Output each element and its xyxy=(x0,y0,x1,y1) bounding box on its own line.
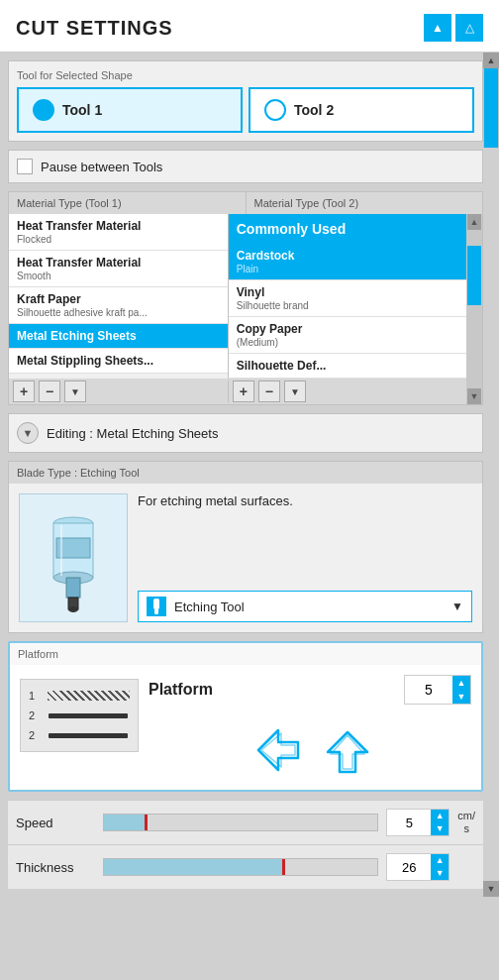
mat-ctrl-right: + − ▼ xyxy=(229,381,462,402)
speed-value-input[interactable] xyxy=(387,810,431,835)
thickness-slider-fill xyxy=(104,859,282,875)
svg-rect-4 xyxy=(66,578,80,598)
platform-decrement[interactable]: ▼ xyxy=(452,690,470,704)
blade-image-box xyxy=(19,493,128,622)
list-item[interactable]: Kraft Paper Silhouette adhesive kraft pa… xyxy=(9,287,228,324)
platform-label-text: Platform xyxy=(149,681,396,699)
tool2-label: Tool 2 xyxy=(294,102,334,118)
material-with-scroll: Heat Transfer Material Flocked Heat Tran… xyxy=(9,214,482,404)
mat-add-right[interactable]: + xyxy=(233,381,254,402)
material-lists-wrapper: Heat Transfer Material Flocked Heat Tran… xyxy=(9,214,466,404)
speed-value-box: ▲ ▼ xyxy=(386,809,449,836)
blade-info: For etching metal surfaces. Etching Tool xyxy=(138,493,472,622)
list-item[interactable]: Metal Etching Sheets xyxy=(9,324,228,349)
platform-top-row: Platform ▲ ▼ xyxy=(149,675,471,705)
blade-description: For etching metal surfaces. xyxy=(138,493,472,508)
scroll-up-arrow[interactable]: ▲ xyxy=(467,214,481,230)
tool1-label: Tool 1 xyxy=(62,102,102,118)
header: CUT SETTINGS ▲ △ xyxy=(0,0,499,53)
line-bar-2 xyxy=(49,713,128,718)
material-label-1: Material Type (Tool 1) xyxy=(9,192,247,214)
list-item[interactable]: Metal Stippling Sheets... xyxy=(9,349,228,374)
mat-dropdown-right[interactable]: ▼ xyxy=(284,381,306,402)
list-item[interactable]: Cardstock Plain xyxy=(229,244,466,280)
platform-left-arrow[interactable] xyxy=(249,725,303,778)
page-title: CUT SETTINGS xyxy=(16,17,173,40)
speed-increment[interactable]: ▲ xyxy=(431,810,449,822)
mat-dropdown-left[interactable]: ▼ xyxy=(64,381,86,402)
main-scroll-thumb[interactable] xyxy=(484,68,498,148)
svg-point-6 xyxy=(68,606,78,612)
blade-label: Blade Type : Etching Tool xyxy=(9,462,482,484)
thickness-spinners: ▲ ▼ xyxy=(431,854,449,880)
platform-section: Platform 1 2 xyxy=(8,641,483,792)
blade-dropdown-arrow-icon: ▼ xyxy=(451,599,463,613)
list-item[interactable]: Heat Transfer Material Flocked xyxy=(9,214,228,251)
platform-increment[interactable]: ▲ xyxy=(452,676,470,690)
platform-value-input[interactable] xyxy=(405,676,452,704)
list-item[interactable]: Vinyl Silhouette brand xyxy=(229,280,466,317)
scroll-thumb[interactable] xyxy=(467,246,481,305)
editing-label: Editing : Metal Etching Sheets xyxy=(47,426,218,441)
thickness-value-box: ▲ ▼ xyxy=(386,853,449,881)
platform-spinners: ▲ ▼ xyxy=(452,676,470,704)
speed-label: Speed xyxy=(16,816,95,830)
pause-row: Pause between Tools xyxy=(8,150,483,183)
scroll-up-button[interactable]: ▲ xyxy=(424,14,451,42)
line-row-3: 2 xyxy=(29,729,130,741)
scroll-down-arrow[interactable]: ▼ xyxy=(467,388,481,404)
main-scroll-track[interactable] xyxy=(483,148,499,881)
tool1-button[interactable]: Tool 1 xyxy=(17,87,243,133)
speed-unit: cm/s xyxy=(457,810,475,835)
platform-arrows-row xyxy=(149,722,471,780)
mat-ctrl-left: + − ▼ xyxy=(13,381,229,402)
svg-marker-13 xyxy=(328,732,367,772)
editing-toggle[interactable]: ▼ xyxy=(17,422,39,444)
mat-remove-right[interactable]: − xyxy=(258,381,280,402)
thickness-increment[interactable]: ▲ xyxy=(431,854,449,867)
line-bar-1 xyxy=(48,691,130,701)
blade-dropdown[interactable]: Etching Tool ▼ xyxy=(138,591,472,622)
blade-tool-icon xyxy=(147,597,166,616)
tool-section: Tool for Selected Shape Tool 1 Tool 2 xyxy=(8,60,483,142)
line-row-2: 2 xyxy=(29,709,130,721)
main-scrollbar: ▲ ▼ xyxy=(483,53,499,897)
speed-row: Speed ▲ ▼ cm/s xyxy=(8,800,483,844)
list-item[interactable]: Copy Paper (Medium) xyxy=(229,317,466,354)
speed-slider[interactable] xyxy=(103,814,378,831)
scroll-down-button[interactable]: △ xyxy=(455,14,483,42)
thickness-slider-thumb[interactable] xyxy=(282,859,285,875)
tool2-button[interactable]: Tool 2 xyxy=(249,87,474,133)
platform-value-box: ▲ ▼ xyxy=(404,675,471,705)
blade-section: Blade Type : Etching Tool xyxy=(8,461,483,633)
platform-up-arrow[interactable] xyxy=(323,722,372,780)
thickness-row: Thickness ▲ ▼ cm/s xyxy=(8,844,483,889)
svg-rect-8 xyxy=(153,599,159,609)
tool2-circle xyxy=(264,99,286,121)
speed-decrement[interactable]: ▼ xyxy=(431,822,449,835)
thickness-value-input[interactable] xyxy=(387,854,431,880)
main-scroll-up[interactable]: ▲ xyxy=(483,53,499,68)
platform-controls: Platform ▲ ▼ xyxy=(149,675,471,780)
material-lists: Heat Transfer Material Flocked Heat Tran… xyxy=(9,214,466,379)
main-scroll-down[interactable]: ▼ xyxy=(483,881,499,897)
svg-point-10 xyxy=(154,612,158,614)
mat-add-left[interactable]: + xyxy=(13,381,35,402)
mat-remove-left[interactable]: − xyxy=(39,381,60,402)
editing-section: ▼ Editing : Metal Etching Sheets xyxy=(8,413,483,453)
material-controls: + − ▼ + − ▼ xyxy=(9,379,466,404)
line-bar-3 xyxy=(49,733,128,738)
tool-buttons: Tool 1 Tool 2 xyxy=(17,87,474,133)
thickness-label: Thickness xyxy=(16,860,95,875)
header-arrow-controls: ▲ △ xyxy=(424,14,483,42)
list-item[interactable]: Silhouette Def... xyxy=(229,354,466,379)
blade-tool-name: Etching Tool xyxy=(174,599,444,614)
speed-slider-fill xyxy=(104,815,145,830)
speed-slider-thumb[interactable] xyxy=(145,815,148,830)
line-row-1: 1 xyxy=(29,690,130,702)
thickness-slider[interactable] xyxy=(103,858,378,876)
pause-checkbox[interactable] xyxy=(17,159,33,174)
list-item[interactable]: Heat Transfer Material Smooth xyxy=(9,251,228,287)
thickness-decrement[interactable]: ▼ xyxy=(431,867,449,880)
material-list-right: Commonly Used Cardstock Plain Vinyl Silh… xyxy=(229,214,466,379)
